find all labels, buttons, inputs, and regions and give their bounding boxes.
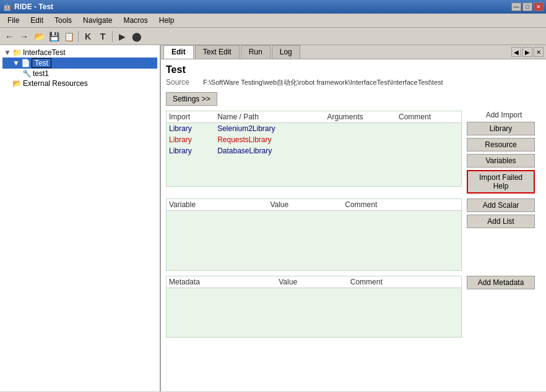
import-name-1: Selenium2Library — [217, 124, 275, 133]
variable-table-area: Variable Value Comment — [166, 198, 462, 271]
import-comment-3 — [396, 145, 461, 156]
variables-button[interactable]: Variables — [467, 154, 535, 168]
tree-item-external-resources[interactable]: 📂 External Resources — [2, 79, 157, 88]
right-panel: Edit Text Edit Run Log ◀ ▶ ✕ Test Source… — [161, 45, 546, 391]
tab-close-button[interactable]: ✕ — [534, 47, 544, 57]
titlebar-controls[interactable]: — □ ✕ — [511, 2, 544, 11]
add-list-button[interactable]: Add List — [467, 215, 535, 228]
var-col-comment: Comment — [342, 199, 461, 211]
meta-empty-3 — [167, 307, 461, 317]
menu-navigate[interactable]: Navigate — [78, 15, 117, 26]
import-comment-1 — [396, 123, 461, 135]
titlebar: 🤖 RIDE - Test — □ ✕ — [0, 0, 546, 14]
menu-edit[interactable]: Edit — [25, 15, 48, 26]
toolbar: ← → 📂 💾 📋 K T ▶ ⬤ — [0, 28, 546, 45]
source-row: Source F:\SoftWare Testing\web自动化\robot … — [166, 78, 541, 87]
tree-panel: ▼ 📁 InterfaceTest ▼ 📄 Test 🔧 test1 📂 Ext… — [0, 45, 161, 391]
meta-empty-1 — [167, 288, 461, 297]
main-layout: ▼ 📁 InterfaceTest ▼ 📄 Test 🔧 test1 📂 Ext… — [0, 45, 546, 391]
toolbar-separator-2 — [112, 31, 113, 42]
tab-navigation: ◀ ▶ ✕ — [511, 47, 546, 57]
import-empty-2 — [167, 166, 461, 176]
var-empty-5 — [167, 250, 461, 260]
tree-item-test1[interactable]: 🔧 test1 — [2, 69, 157, 79]
import-name-2: RequestsLibrary — [217, 135, 271, 144]
variable-button-area: Add Scalar Add List — [467, 198, 541, 271]
import-row-2[interactable]: Library RequestsLibrary — [167, 134, 461, 145]
source-path: F:\SoftWare Testing\web自动化\robot framewo… — [203, 78, 443, 87]
close-button[interactable]: ✕ — [534, 2, 544, 11]
metadata-table-wrapper: Metadata Value Comment — [166, 276, 462, 338]
minimize-button[interactable]: — — [511, 2, 521, 11]
titlebar-left: 🤖 RIDE - Test — [2, 2, 53, 11]
file-icon: 📄 — [21, 59, 30, 67]
var-empty-4 — [167, 241, 461, 250]
toolbar-run-button[interactable]: ▶ — [115, 30, 129, 43]
library-button[interactable]: Library — [467, 122, 535, 135]
toolbar-t-button[interactable]: T — [96, 30, 110, 43]
settings-button[interactable]: Settings >> — [166, 92, 217, 106]
tree-label-test: Test — [32, 58, 51, 68]
menu-file[interactable]: File — [2, 15, 24, 26]
menu-help[interactable]: Help — [154, 15, 180, 26]
source-label: Source — [166, 78, 203, 87]
import-col-comment: Comment — [396, 111, 461, 123]
meta-col-comment: Comment — [348, 276, 461, 288]
import-type-2: Library — [169, 135, 192, 144]
import-args-1 — [325, 123, 397, 135]
meta-col-metadata: Metadata — [167, 276, 276, 288]
toolbar-separator — [78, 31, 79, 42]
tab-bar: Edit Text Edit Run Log ◀ ▶ ✕ — [161, 45, 546, 59]
toolbar-forward-button[interactable]: → — [17, 30, 31, 43]
tab-run[interactable]: Run — [241, 45, 271, 59]
var-empty-3 — [167, 231, 461, 241]
tab-prev-button[interactable]: ◀ — [511, 47, 521, 57]
metadata-table: Metadata Value Comment — [167, 276, 461, 338]
import-table: Import Name / Path Arguments Comment Lib… — [167, 111, 461, 186]
import-section: Import Name / Path Arguments Comment Lib… — [166, 111, 541, 194]
toolbar-open-button[interactable]: 📂 — [32, 30, 46, 43]
import-row-3[interactable]: Library DatabaseLibrary — [167, 145, 461, 156]
toolbar-clipboard-button[interactable]: 📋 — [62, 30, 76, 43]
meta-empty-5 — [167, 327, 461, 337]
toolbar-stop-button[interactable]: ⬤ — [130, 30, 144, 43]
var-empty-1 — [167, 211, 461, 221]
var-empty-6 — [167, 260, 461, 270]
metadata-button-area: Add Metadata — [467, 276, 541, 338]
toolbar-save-button[interactable]: 💾 — [47, 30, 61, 43]
tree-item-test[interactable]: ▼ 📄 Test — [2, 58, 157, 69]
variable-section: Variable Value Comment — [166, 198, 541, 271]
tree-label-test1: test1 — [33, 69, 49, 78]
import-args-2 — [325, 134, 397, 145]
menu-macros[interactable]: Macros — [118, 15, 152, 26]
resource-icon: 📂 — [12, 79, 22, 88]
page-title: Test — [166, 64, 541, 75]
resource-button[interactable]: Resource — [467, 138, 535, 151]
meta-empty-4 — [167, 317, 461, 327]
metadata-table-body — [167, 288, 461, 337]
import-col-import: Import — [167, 111, 215, 123]
toolbar-back-button[interactable]: ← — [2, 30, 16, 43]
metadata-section: Metadata Value Comment — [166, 276, 541, 338]
import-empty-1 — [167, 156, 461, 166]
tab-edit[interactable]: Edit — [163, 45, 194, 59]
tab-log[interactable]: Log — [272, 45, 300, 59]
import-failed-help-button[interactable]: Import Failed Help — [467, 170, 535, 194]
toolbar-k-button[interactable]: K — [81, 30, 95, 43]
maximize-button[interactable]: □ — [522, 2, 532, 11]
add-metadata-button[interactable]: Add Metadata — [467, 276, 535, 289]
test-icon: 🔧 — [22, 69, 32, 78]
tab-text-edit[interactable]: Text Edit — [195, 45, 240, 59]
import-row-1[interactable]: Library Selenium2Library — [167, 123, 461, 135]
tab-next-button[interactable]: ▶ — [522, 47, 532, 57]
menu-tools[interactable]: Tools — [50, 15, 77, 26]
tree-item-interface-test[interactable]: ▼ 📁 InterfaceTest — [2, 48, 157, 58]
import-table-area: Import Name / Path Arguments Comment Lib… — [166, 111, 462, 194]
import-comment-2 — [396, 134, 461, 145]
add-scalar-button[interactable]: Add Scalar — [467, 198, 535, 212]
tab-bar-left: Edit Text Edit Run Log — [163, 45, 301, 59]
tree-label-external: External Resources — [23, 79, 88, 88]
add-import-label: Add Import — [467, 111, 541, 119]
metadata-table-area: Metadata Value Comment — [166, 276, 462, 338]
menubar: File Edit Tools Navigate Macros Help — [0, 14, 546, 28]
